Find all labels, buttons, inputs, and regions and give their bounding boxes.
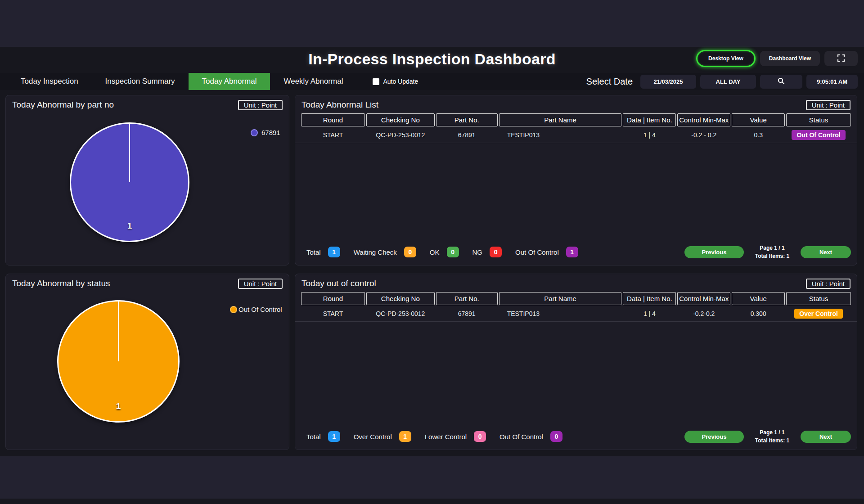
- column-part-name: Part Name: [499, 292, 622, 305]
- next-button[interactable]: Next: [801, 246, 851, 258]
- column-control-min-max: Control Min-Max: [677, 113, 730, 126]
- cell-checking-no: QC-PD-253-0012: [366, 131, 435, 139]
- auto-update-checkbox[interactable]: [373, 78, 379, 85]
- cell-status: Over Control: [786, 309, 851, 319]
- page-info: Page 1 / 1 Total Items: 1: [753, 428, 792, 445]
- summary-label-lower-control: Lower Control: [425, 433, 467, 441]
- previous-button[interactable]: Previous: [684, 431, 744, 443]
- summary-label-ok: OK: [430, 248, 440, 256]
- auto-update-label: Auto Update: [383, 78, 418, 85]
- column-status: Status: [786, 113, 851, 126]
- column-part-no: Part No.: [436, 113, 498, 126]
- cell-part-no: 67891: [436, 131, 498, 139]
- legend-dot-purple: [251, 129, 258, 136]
- panel-title: Today out of control: [302, 279, 376, 288]
- table-header-row: Round Checking No Part No. Part Name Dat…: [295, 292, 857, 305]
- next-button[interactable]: Next: [801, 431, 851, 443]
- unit-badge: Unit : Point: [238, 279, 283, 289]
- date-picker[interactable]: 21/03/2025: [640, 75, 696, 89]
- dashboard-view-button[interactable]: Dashboard View: [760, 51, 820, 66]
- unit-badge: Unit : Point: [238, 100, 283, 110]
- view-buttons: Desktop View Dashboard View: [696, 50, 858, 67]
- cell-data-item-no: 1 | 4: [623, 131, 676, 139]
- column-round: Round: [301, 113, 365, 126]
- tab-today-abnormal[interactable]: Today Abnormal: [189, 73, 270, 90]
- tab-today-inspection[interactable]: Today Inspection: [7, 73, 92, 90]
- column-part-no: Part No.: [436, 292, 498, 305]
- status-badge-out-of-control: Out Of Control: [792, 130, 845, 140]
- summary-count-total: 1: [328, 431, 340, 442]
- page-number: Page 1 / 1: [753, 428, 792, 437]
- table-row[interactable]: START QC-PD-253-0012 67891 TESTIP013 1 |…: [295, 129, 857, 141]
- summary-count-over-control: 1: [399, 431, 411, 442]
- pagination: Previous Page 1 / 1 Total Items: 1 Next: [684, 244, 851, 261]
- pie-slice-divider: [129, 124, 130, 182]
- cell-control-min-max: -0.2-0.2: [677, 310, 730, 317]
- cell-round: START: [301, 310, 365, 317]
- cell-value: 0.3: [732, 131, 785, 139]
- total-items: Total Items: 1: [753, 436, 792, 445]
- pie-legend-status[interactable]: Out Of Control: [230, 306, 282, 313]
- cell-value: 0.300: [732, 310, 785, 317]
- search-icon: [778, 77, 785, 86]
- summary-count-ok: 0: [447, 247, 459, 257]
- column-part-name: Part Name: [499, 113, 622, 126]
- status-badge-over-control: Over Control: [794, 309, 843, 319]
- legend-label: 67891: [261, 129, 280, 136]
- table-row[interactable]: START QC-PD-253-0012 67891 TESTIP013 1 |…: [295, 307, 857, 320]
- cell-part-name: TESTIP013: [499, 310, 622, 317]
- pie-chart-status[interactable]: 1: [57, 300, 180, 423]
- summary-count-total: 1: [328, 247, 340, 257]
- cell-part-name: TESTIP013: [499, 131, 622, 139]
- pie-slice-value: 1: [116, 401, 121, 411]
- column-round: Round: [301, 292, 365, 305]
- panel-title: Today Abnormal List: [302, 100, 378, 110]
- column-status: Status: [786, 292, 851, 305]
- panel-today-out-of-control: Today out of control Unit : Point Round …: [295, 274, 857, 450]
- clock-display: 9:05:01 AM: [806, 75, 858, 89]
- previous-button[interactable]: Previous: [684, 246, 744, 258]
- column-checking-no: Checking No: [366, 292, 435, 305]
- summary-label-out-of-control: Out Of Control: [515, 248, 559, 256]
- pagination: Previous Page 1 / 1 Total Items: 1 Next: [684, 428, 851, 445]
- dashboard-page: In-Process Inspection Dashboard Desktop …: [0, 0, 864, 504]
- pie-chart-part-no[interactable]: 1: [70, 122, 189, 242]
- auto-update-control: Auto Update: [373, 78, 418, 85]
- nav-bar: Today Inspection Inspection Summary Toda…: [0, 73, 864, 90]
- bottom-bar: [0, 499, 864, 504]
- tab-inspection-summary[interactable]: Inspection Summary: [92, 73, 189, 90]
- summary-label-ng: NG: [472, 248, 483, 256]
- search-button[interactable]: [760, 75, 802, 89]
- cell-part-no: 67891: [436, 310, 498, 317]
- unit-badge: Unit : Point: [806, 279, 850, 289]
- fullscreen-icon: [837, 54, 845, 63]
- column-data-item-no: Data | Item No.: [623, 113, 676, 126]
- legend-label: Out Of Control: [238, 306, 282, 313]
- column-data-item-no: Data | Item No.: [623, 292, 676, 305]
- cell-round: START: [301, 131, 365, 139]
- column-control-min-max: Control Min-Max: [677, 292, 730, 305]
- summary-count-out-of-control: 0: [550, 431, 562, 442]
- status-summary: Total 1 Waiting Check 0 OK 0 NG 0: [306, 247, 578, 257]
- tab-weekly-abnormal[interactable]: Weekly Abnormal: [270, 73, 356, 90]
- select-date-label: Select Date: [586, 76, 633, 87]
- cell-checking-no: QC-PD-253-0012: [366, 310, 435, 317]
- pie-slice-divider: [118, 302, 119, 361]
- panel-title: Today Abnormal by part no: [12, 100, 114, 110]
- legend-dot-orange: [230, 306, 237, 313]
- fullscreen-button[interactable]: [824, 51, 858, 66]
- day-range-select[interactable]: ALL DAY: [700, 75, 756, 89]
- unit-badge: Unit : Point: [806, 100, 850, 110]
- column-checking-no: Checking No: [366, 113, 435, 126]
- status-summary: Total 1 Over Control 1 Lower Control 0 O…: [306, 431, 562, 442]
- summary-label-total: Total: [306, 248, 321, 256]
- summary-count-lower-control: 0: [474, 431, 486, 442]
- date-controls: Select Date 21/03/2025 ALL DAY 9:05:01 A…: [586, 75, 858, 89]
- desktop-view-button[interactable]: Desktop View: [696, 50, 756, 67]
- summary-count-waiting-check: 0: [404, 247, 416, 257]
- row-separator: [295, 143, 857, 143]
- cell-status: Out Of Control: [786, 130, 851, 140]
- pie-legend-part-no[interactable]: 67891: [251, 129, 280, 136]
- page-number: Page 1 / 1: [753, 244, 792, 252]
- app-container: In-Process Inspection Dashboard Desktop …: [0, 47, 864, 456]
